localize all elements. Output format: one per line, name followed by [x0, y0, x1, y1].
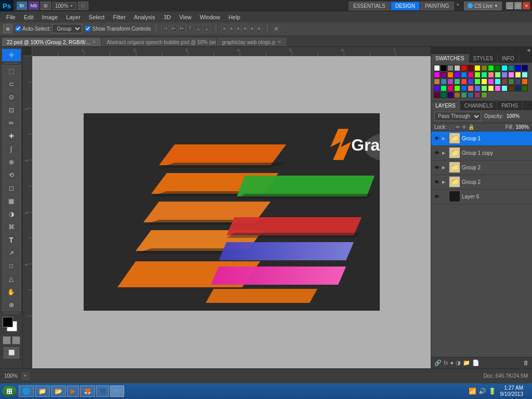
close-btn[interactable]: ✕ [523, 2, 530, 9]
quick-mask-standard[interactable] [3, 336, 11, 344]
menu-item-edit[interactable]: Edit [20, 13, 38, 21]
marquee-tool[interactable]: ⬚ [2, 65, 21, 77]
layer-visibility-1[interactable]: 👁 [433, 135, 441, 142]
layer-row-3[interactable]: 👁▶📁Group 2 [431, 161, 532, 175]
layer-row-2[interactable]: 👁▶📁Group 1 copy [431, 146, 532, 161]
adjustment-layer-btn[interactable]: ◑ [456, 360, 461, 366]
eraser-tool[interactable]: ◻ [2, 182, 21, 194]
swatch-color[interactable] [488, 72, 494, 78]
layer-effects-btn[interactable]: fx [444, 360, 448, 366]
menu-item-view[interactable]: View [175, 13, 196, 21]
doc-tab-1[interactable]: Abstract origami speech bubble.psd @ 50%… [102, 38, 216, 46]
swatch-color[interactable] [515, 78, 521, 85]
mini-bridge-icon[interactable]: Mb [29, 2, 39, 10]
lasso-tool[interactable]: ⊂ [2, 78, 21, 90]
layers-tab[interactable]: LAYERS [431, 101, 460, 110]
swatch-color[interactable] [461, 85, 467, 91]
dist5[interactable]: ≡ [249, 25, 255, 32]
menu-item-3d[interactable]: 3D [159, 13, 175, 21]
align-center-h-icon[interactable]: ⊢ [170, 25, 177, 32]
swatch-color[interactable] [447, 78, 454, 85]
menu-item-filter[interactable]: Filter [109, 13, 129, 21]
channels-tab[interactable]: CHANNELS [460, 101, 497, 110]
align-right-icon[interactable]: ⊢ [178, 25, 185, 32]
design-btn[interactable]: DESIGN [391, 2, 420, 10]
swatch-color[interactable] [447, 65, 454, 71]
swatch-color[interactable] [468, 65, 474, 71]
swatch-color[interactable] [474, 85, 481, 91]
swatch-color[interactable] [441, 85, 447, 91]
swatch-color[interactable] [434, 72, 440, 78]
swatch-color[interactable] [447, 85, 454, 91]
panel-collapse-btn[interactable]: ◀ [527, 48, 530, 52]
swatch-color[interactable] [474, 65, 481, 71]
swatch-color[interactable] [522, 78, 528, 85]
delete-layer-btn[interactable]: 🗑 [523, 360, 529, 366]
lock-position-icon[interactable]: ✛ [462, 124, 466, 130]
new-group-btn[interactable]: 📁 [463, 360, 470, 366]
align-bottom-icon[interactable]: ⊥ [203, 25, 210, 32]
swatch-color[interactable] [461, 65, 467, 71]
layer-visibility-2[interactable]: 👁 [433, 149, 441, 156]
styles-tab[interactable]: STYLES [469, 54, 498, 63]
menu-item-image[interactable]: Image [38, 13, 62, 21]
swatch-color[interactable] [454, 85, 460, 91]
menu-item-layer[interactable]: Layer [62, 13, 85, 21]
swatches-tab[interactable]: SWATCHES [431, 54, 469, 63]
doc-tab-close-2[interactable]: ✕ [277, 39, 282, 45]
doc-tab-close-0[interactable]: ✕ [92, 39, 96, 45]
layer-row-1[interactable]: 👁▶📁Group 1 [431, 131, 532, 146]
swatch-color[interactable] [474, 92, 481, 98]
taskbar-explorer[interactable]: 📁 [35, 385, 50, 397]
swatch-color[interactable] [495, 78, 501, 85]
swatch-color[interactable] [468, 92, 474, 98]
swatch-color[interactable] [481, 78, 487, 85]
swatch-color[interactable] [508, 72, 514, 78]
blend-mode-dropdown[interactable]: Pass Through Normal Multiply Screen [434, 112, 481, 121]
taskbar-media[interactable]: ▶ [67, 385, 79, 397]
swatch-color[interactable] [495, 85, 501, 91]
move-tool-options[interactable]: ⊕ [3, 24, 12, 33]
swatch-color[interactable] [461, 78, 467, 85]
pen-tool[interactable]: ⌘ [2, 221, 21, 233]
paths-tab[interactable]: PATHS [497, 101, 523, 110]
layer-expand-3[interactable]: ▶ [442, 165, 447, 170]
layer-visibility-4[interactable]: 👁 [433, 178, 441, 185]
bridge-icon[interactable]: Br [17, 2, 27, 10]
painting-btn[interactable]: PAINTING [420, 2, 454, 10]
swatch-color[interactable] [481, 85, 487, 91]
more-workspaces-btn[interactable]: » [455, 2, 462, 10]
swatch-color[interactable] [522, 65, 528, 71]
swatch-color[interactable] [434, 92, 440, 98]
swatch-color[interactable] [454, 72, 460, 78]
layer-row-5[interactable]: 👁Layer 6 [431, 190, 532, 204]
swatch-color[interactable] [515, 65, 521, 71]
swatch-color[interactable] [501, 85, 508, 91]
menu-item-file[interactable]: File [2, 13, 20, 21]
swatch-color[interactable] [522, 85, 528, 91]
layer-visibility-5[interactable]: 👁 [433, 193, 441, 200]
shape-tool[interactable]: □ [2, 260, 21, 272]
swatch-color[interactable] [434, 85, 440, 91]
info-tab[interactable]: INFO [498, 54, 519, 63]
maximize-btn[interactable]: □ [514, 2, 522, 9]
swatch-color[interactable] [434, 65, 440, 71]
layer-expand-1[interactable]: ▶ [442, 136, 447, 141]
dodge-tool[interactable]: ◑ [2, 208, 21, 220]
quick-select-tool[interactable]: ⊙ [2, 91, 21, 103]
zoom-context-btn[interactable]: ▼ [22, 373, 29, 380]
swatch-color[interactable] [488, 85, 494, 91]
layer-row-4[interactable]: 👁▶📁Group 2 [431, 175, 532, 190]
lock-transparent-icon[interactable]: ⬚ [449, 124, 454, 130]
taskbar-files[interactable]: 📂 [51, 385, 66, 397]
swatch-color[interactable] [481, 92, 487, 98]
clone-tool[interactable]: ⊕ [2, 156, 21, 168]
align-center-v-icon[interactable]: ⊥ [195, 25, 202, 32]
layer-visibility-3[interactable]: 👁 [433, 164, 441, 171]
swatch-color[interactable] [454, 78, 460, 85]
swatch-color[interactable] [501, 65, 508, 71]
swatch-color[interactable] [488, 78, 494, 85]
start-button[interactable]: ⊞ [2, 386, 17, 396]
swatch-color[interactable] [495, 65, 501, 71]
lock-all-icon[interactable]: 🔒 [468, 124, 474, 130]
